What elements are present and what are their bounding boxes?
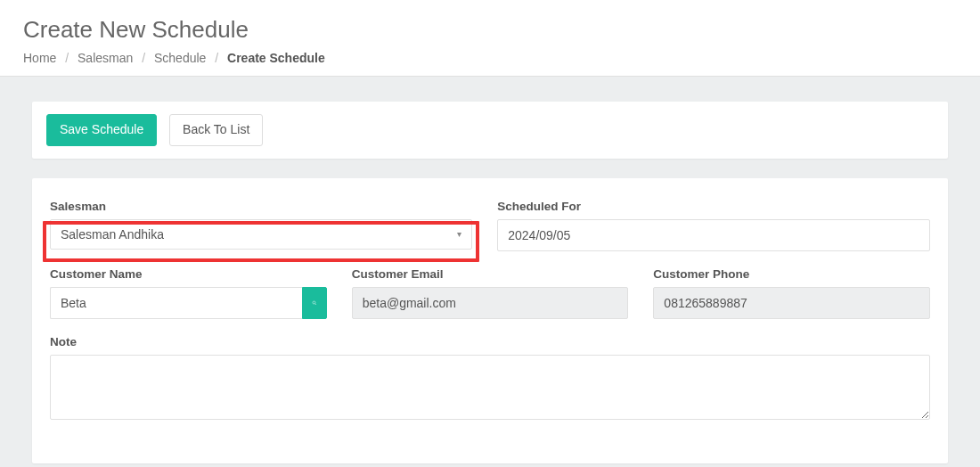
salesman-selected-value: Salesman Andhika [61,227,164,242]
save-schedule-button[interactable]: Save Schedule [46,114,157,146]
page-title: Create New Schedule [23,16,957,44]
svg-line-1 [314,304,315,305]
customer-name-group: Customer Name [50,267,327,319]
customer-name-input[interactable] [50,287,302,319]
search-icon [312,297,317,309]
customer-email-group: Customer Email [352,267,629,319]
breadcrumb-salesman[interactable]: Salesman [78,51,133,65]
page-header: Create New Schedule Home / Salesman / Sc… [0,0,980,77]
toolbar-card: Save Schedule Back To List [32,102,948,159]
note-group: Note [50,335,930,422]
customer-email-input [352,287,629,319]
customer-phone-label: Customer Phone [653,267,930,281]
breadcrumb-schedule[interactable]: Schedule [154,51,206,65]
breadcrumb-sep: / [136,51,151,65]
breadcrumb-home[interactable]: Home [23,51,56,65]
salesman-select[interactable]: Salesman Andhika ▾ [50,219,472,250]
customer-email-label: Customer Email [352,267,629,281]
customer-phone-input [653,287,930,319]
back-to-list-button[interactable]: Back To List [169,114,263,146]
svg-point-0 [313,301,315,304]
note-label: Note [50,335,930,348]
chevron-down-icon: ▾ [457,229,461,239]
breadcrumb-sep: / [60,51,74,65]
customer-search-button[interactable] [302,287,327,319]
breadcrumb-current: Create Schedule [227,51,325,65]
breadcrumb: Home / Salesman / Schedule / Create Sche… [23,51,957,65]
customer-phone-group: Customer Phone [653,267,930,319]
scheduled-for-input[interactable] [497,219,930,251]
scheduled-for-group: Scheduled For [497,200,930,251]
scheduled-for-label: Scheduled For [497,200,930,213]
breadcrumb-sep: / [209,51,224,65]
salesman-label: Salesman [50,200,472,213]
salesman-group: Salesman Salesman Andhika ▾ [50,200,472,251]
form-card: Salesman Salesman Andhika ▾ Scheduled Fo… [32,178,948,463]
note-textarea[interactable] [50,355,930,420]
customer-name-label: Customer Name [50,267,327,281]
